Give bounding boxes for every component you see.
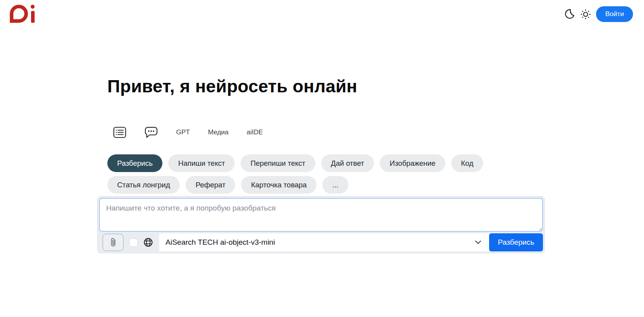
dark-theme-button[interactable] <box>563 8 575 20</box>
header-actions: Войти <box>563 6 633 22</box>
logo-a-glyph <box>10 5 28 23</box>
chevron-down-icon <box>475 240 481 244</box>
page-title: Привет, я нейросеть онлайн <box>107 76 357 97</box>
tab-chat[interactable] <box>144 126 158 138</box>
chip-day-otvet[interactable]: Дай ответ <box>321 154 374 172</box>
chip-more[interactable]: ... <box>322 176 348 194</box>
chip-izobrazhenie[interactable]: Изображение <box>380 154 445 172</box>
tab-media-label: Медиа <box>208 128 228 136</box>
chip-referat[interactable]: Реферат <box>186 176 235 194</box>
web-search-button[interactable] <box>144 238 153 247</box>
logo-i-glyph <box>31 5 35 23</box>
attach-file-button[interactable] <box>103 234 123 251</box>
tab-aiide-label: aiIDE <box>247 128 263 136</box>
tab-gpt[interactable]: GPT <box>176 128 190 136</box>
paperclip-icon <box>109 237 117 248</box>
option-checkbox[interactable] <box>129 238 138 247</box>
chip-razberis[interactable]: Разберись <box>107 154 162 172</box>
tab-gpt-label: GPT <box>176 128 190 136</box>
chip-kod[interactable]: Код <box>451 154 483 172</box>
login-button[interactable]: Войти <box>596 6 633 22</box>
list-icon <box>113 126 126 138</box>
composer-toolbar: AiSearch TECH ai-object-v3-mini Разберис… <box>99 233 543 251</box>
chip-statya-longrid[interactable]: Статья лонгрид <box>107 176 180 194</box>
composer: AiSearch TECH ai-object-v3-mini Разберис… <box>97 196 545 253</box>
mode-tabs: GPT Медиа aiIDE <box>113 124 263 141</box>
tab-list[interactable] <box>113 126 126 138</box>
sun-icon <box>580 9 591 20</box>
moon-icon <box>563 8 575 20</box>
prompt-chips-row-2: Статья лонгрид Реферат Карточка товара .… <box>107 176 348 194</box>
prompt-textarea[interactable] <box>99 198 543 232</box>
light-theme-button[interactable] <box>580 9 591 20</box>
toolbar-left-group <box>99 233 159 251</box>
model-select[interactable]: AiSearch TECH ai-object-v3-mini <box>159 233 489 251</box>
prompt-chips-row-1: Разберись Напиши текст Перепиши текст Да… <box>107 154 483 172</box>
chip-napishi-tekst[interactable]: Напиши текст <box>168 154 235 172</box>
model-select-value: AiSearch TECH ai-object-v3-mini <box>166 238 275 247</box>
chip-kartochka-tovara[interactable]: Карточка товара <box>241 176 316 194</box>
header: Войти <box>0 0 644 29</box>
tab-aiide[interactable]: aiIDE <box>247 128 263 136</box>
chat-icon <box>144 126 158 138</box>
globe-icon <box>144 238 153 247</box>
logo[interactable] <box>10 5 35 23</box>
tab-media[interactable]: Медиа <box>208 128 228 136</box>
submit-button[interactable]: Разберись <box>489 233 543 251</box>
chip-perepishi-tekst[interactable]: Перепиши текст <box>241 154 315 172</box>
